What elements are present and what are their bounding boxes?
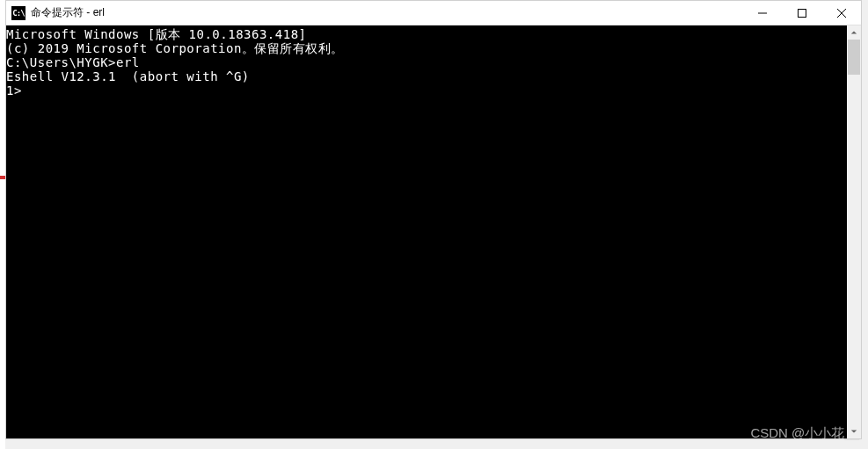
- cmd-icon: C:\: [11, 6, 26, 20]
- terminal-line: Microsoft Windows [版本 10.0.18363.418]: [6, 27, 847, 41]
- terminal-prompt-line: 1>: [6, 83, 847, 98]
- close-button[interactable]: [821, 1, 861, 25]
- minimize-icon: [758, 9, 767, 18]
- scrollbar-thumb[interactable]: [848, 40, 860, 75]
- terminal-area: Microsoft Windows [版本 10.0.18363.418](c)…: [6, 25, 861, 438]
- terminal-line: C:\Users\HYGK>erl: [6, 55, 847, 69]
- scroll-down-button[interactable]: [847, 424, 861, 438]
- chevron-down-icon: [850, 428, 857, 435]
- window-title: 命令提示符 - erl: [31, 5, 742, 20]
- erlang-prompt: 1>: [6, 83, 30, 98]
- chevron-up-icon: [850, 29, 857, 36]
- titlebar[interactable]: C:\ 命令提示符 - erl: [6, 1, 861, 25]
- maximize-button[interactable]: [782, 1, 821, 25]
- maximize-icon: [798, 9, 806, 18]
- scroll-up-button[interactable]: [847, 25, 861, 40]
- vertical-scrollbar[interactable]: [847, 25, 861, 438]
- window-controls: [742, 1, 861, 25]
- terminal-line: (c) 2019 Microsoft Corporation。保留所有权利。: [6, 41, 847, 55]
- close-icon: [837, 9, 846, 18]
- terminal-line: Eshell V12.3.1 (abort with ^G): [6, 69, 847, 83]
- terminal-output[interactable]: Microsoft Windows [版本 10.0.18363.418](c)…: [6, 25, 847, 438]
- svg-rect-1: [798, 9, 806, 17]
- minimize-button[interactable]: [742, 1, 782, 25]
- command-prompt-window: C:\ 命令提示符 - erl Microsoft Windows [版本 10…: [5, 0, 862, 439]
